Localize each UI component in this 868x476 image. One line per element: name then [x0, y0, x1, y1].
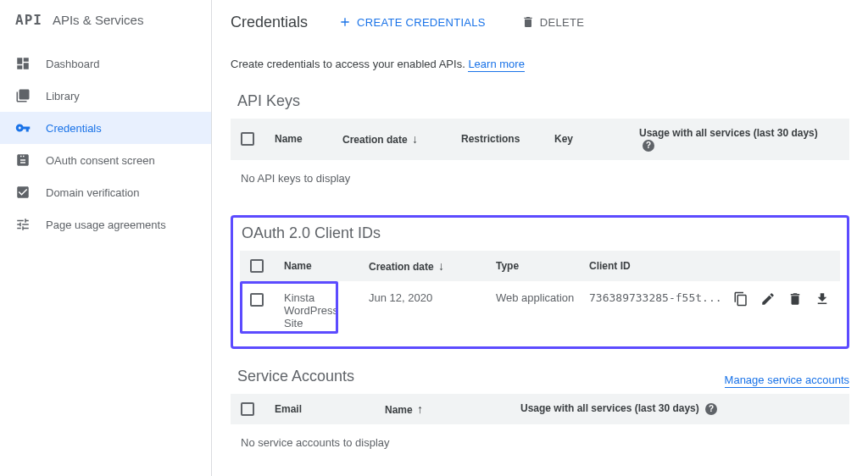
oauth-row-actions	[733, 291, 830, 307]
service-accounts-empty: No service accounts to display	[231, 424, 849, 461]
oauth-row[interactable]: Kinsta WordPress Site Jun 12, 2020 Web a…	[240, 281, 840, 340]
col-name-label: Name	[385, 404, 413, 416]
dashboard-icon	[15, 56, 31, 71]
oauth-row-client-id: 736389733285-f55t...	[584, 291, 733, 304]
oauth-row-created: Jun 12, 2020	[364, 291, 491, 304]
col-usage-label: Usage with all services (last 30 days)	[639, 127, 818, 139]
sidebar-title: APIs & Services	[53, 13, 144, 27]
col-usage[interactable]: Usage with all services (last 30 days) ?	[515, 402, 839, 415]
oauth-table: Name Creation date ↓ Type Client ID Kins…	[240, 251, 840, 340]
col-type[interactable]: Type	[491, 260, 584, 272]
select-all-service-accounts-checkbox[interactable]	[241, 402, 254, 416]
sidebar-item-dashboard[interactable]: Dashboard	[0, 47, 211, 80]
library-icon	[15, 88, 31, 103]
section-title-api-keys: API Keys	[237, 92, 849, 110]
col-usage[interactable]: Usage with all services (last 30 days) ?	[634, 127, 839, 152]
col-name[interactable]: Name	[279, 260, 364, 272]
copy-icon[interactable]	[733, 291, 748, 307]
col-created[interactable]: Creation date ↓	[337, 132, 456, 146]
select-all-api-keys-checkbox[interactable]	[241, 132, 254, 146]
intro-text-content: Create credentials to access your enable…	[231, 58, 465, 70]
manage-service-accounts-link[interactable]: Manage service accounts	[725, 374, 849, 388]
content: Create credentials to access your enable…	[212, 44, 868, 476]
oauth-row-name[interactable]: Kinsta WordPress Site	[279, 291, 364, 329]
col-email[interactable]: Email	[270, 403, 380, 415]
sidebar-item-label: OAuth consent screen	[46, 154, 155, 167]
service-accounts-table: Email Name ↑ Usage with all services (la…	[231, 394, 849, 461]
select-all-oauth-checkbox[interactable]	[250, 259, 264, 273]
sort-up-icon: ↑	[417, 402, 423, 416]
sidebar-item-label: Dashboard	[46, 58, 100, 70]
plus-icon	[338, 15, 352, 29]
agreements-icon	[15, 217, 31, 232]
section-service-accounts: Service Accounts Manage service accounts…	[231, 368, 849, 461]
sidebar-item-label: Domain verification	[46, 186, 140, 199]
main: Credentials CREATE CREDENTIALS DELETE Cr…	[212, 0, 868, 476]
oauth-row-checkbox[interactable]	[250, 293, 264, 307]
col-name[interactable]: Name	[270, 133, 337, 145]
help-icon[interactable]: ?	[705, 403, 717, 415]
edit-icon[interactable]	[760, 291, 776, 307]
oauth-row-type: Web application	[491, 291, 584, 304]
intro-text: Create credentials to access your enable…	[231, 58, 849, 70]
section-title-oauth: OAuth 2.0 Client IDs	[242, 224, 840, 242]
sort-down-icon: ↓	[412, 132, 418, 146]
sidebar-item-label: Credentials	[46, 122, 102, 135]
sidebar-item-credentials[interactable]: Credentials	[0, 112, 211, 144]
api-keys-thead: Name Creation date ↓ Restrictions Key Us…	[231, 119, 849, 160]
col-key[interactable]: Key	[549, 133, 634, 145]
toolbar: Credentials CREATE CREDENTIALS DELETE	[212, 0, 868, 44]
sidebar-header: API APIs & Services	[0, 0, 211, 41]
col-created-label: Creation date	[369, 261, 434, 273]
delete-icon[interactable]	[787, 291, 803, 307]
sidebar-item-oauth-consent[interactable]: OAuth consent screen	[0, 144, 211, 176]
service-accounts-thead: Email Name ↑ Usage with all services (la…	[231, 394, 849, 424]
col-name[interactable]: Name ↑	[380, 402, 515, 416]
sidebar-item-library[interactable]: Library	[0, 80, 211, 112]
delete-icon	[521, 15, 535, 29]
col-client-id[interactable]: Client ID	[584, 260, 830, 272]
sidebar-item-page-usage-agreements[interactable]: Page usage agreements	[0, 208, 211, 241]
sort-down-icon: ↓	[438, 259, 444, 273]
key-icon	[15, 120, 31, 136]
download-icon[interactable]	[815, 291, 830, 307]
col-usage-label: Usage with all services (last 30 days)	[520, 402, 699, 414]
api-keys-empty: No API keys to display	[231, 160, 849, 196]
consent-icon	[15, 152, 31, 168]
create-credentials-button[interactable]: CREATE CREDENTIALS	[333, 12, 491, 32]
create-credentials-label: CREATE CREDENTIALS	[357, 16, 486, 29]
help-icon[interactable]: ?	[643, 140, 654, 152]
sidebar-items: Dashboard Library Credentials OAuth cons…	[0, 41, 211, 241]
oauth-thead: Name Creation date ↓ Type Client ID	[240, 251, 840, 281]
delete-button[interactable]: DELETE	[516, 12, 589, 32]
col-created[interactable]: Creation date ↓	[364, 259, 491, 273]
learn-more-link[interactable]: Learn more	[468, 58, 524, 72]
col-created-label: Creation date	[342, 134, 408, 146]
section-title-service-accounts: Service Accounts	[237, 368, 354, 385]
col-restrictions[interactable]: Restrictions	[456, 133, 549, 145]
section-oauth-clients: OAuth 2.0 Client IDs Name Creation date …	[231, 215, 849, 349]
section-api-keys: API Keys Name Creation date ↓ Restrictio…	[231, 92, 849, 196]
domain-icon	[15, 185, 31, 200]
sidebar-item-label: Page usage agreements	[46, 219, 166, 231]
api-keys-table: Name Creation date ↓ Restrictions Key Us…	[231, 119, 849, 196]
sidebar: API APIs & Services Dashboard Library Cr…	[0, 0, 212, 476]
sidebar-item-domain-verification[interactable]: Domain verification	[0, 176, 211, 208]
delete-label: DELETE	[540, 16, 584, 29]
page-title: Credentials	[231, 14, 308, 31]
sidebar-item-label: Library	[46, 90, 80, 102]
api-logo: API	[15, 12, 42, 28]
